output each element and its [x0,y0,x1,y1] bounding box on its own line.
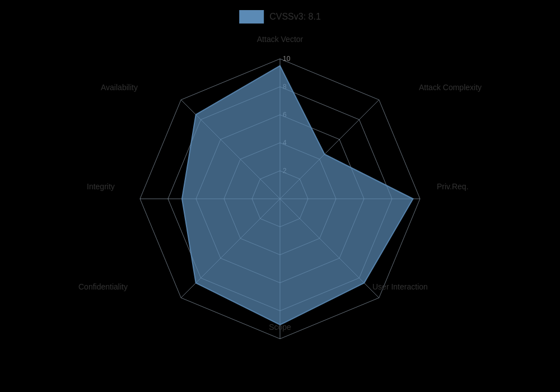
radar-chart-svg: 246810 [0,0,560,392]
svg-text:10: 10 [283,55,291,63]
label-attack-complexity: Attack Complexity [419,83,482,92]
label-integrity: Integrity [87,182,115,191]
label-attack-vector: Attack Vector [257,35,303,44]
label-priv-req: Priv.Req. [437,182,469,191]
label-scope: Scope [269,323,291,332]
label-availability: Availability [101,83,138,92]
label-user-interaction: User Interaction [372,282,428,291]
chart-container: CVSSv3: 8.1 246810 Attack Vector Attack … [0,0,560,392]
label-confidentiality: Confidentiality [78,282,128,291]
